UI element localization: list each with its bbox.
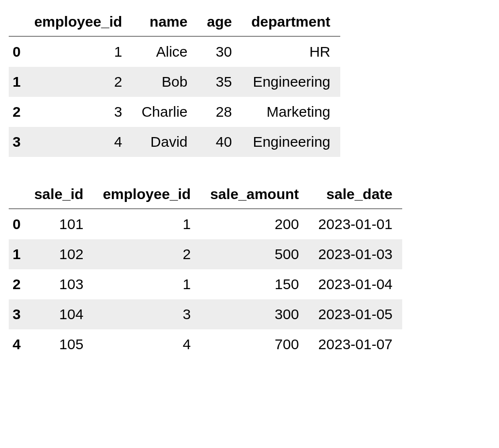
cell-employee_id: 4 (25, 127, 132, 157)
cell-sale_date: 2023-01-01 (309, 209, 402, 239)
cell-name: David (132, 127, 197, 157)
row-index: 2 (9, 97, 25, 127)
cell-sale_amount: 300 (200, 299, 308, 329)
cell-employee_id: 1 (93, 209, 200, 239)
cell-department: Engineering (242, 127, 340, 157)
col-header-employee_id: employee_id (93, 181, 200, 209)
table-row: 0 101 1 200 2023-01-01 (9, 209, 402, 239)
cell-sale_date: 2023-01-03 (309, 239, 402, 269)
cell-employee_id: 1 (25, 36, 132, 67)
employees-table: employee_id name age department 0 1 Alic… (9, 9, 340, 157)
cell-name: Charlie (132, 97, 197, 127)
cell-age: 30 (197, 36, 242, 67)
cell-age: 35 (197, 67, 242, 97)
cell-department: HR (242, 36, 340, 67)
row-index: 2 (9, 269, 25, 299)
cell-employee_id: 3 (25, 97, 132, 127)
cell-age: 28 (197, 97, 242, 127)
col-header-sale_id: sale_id (25, 181, 93, 209)
index-header (9, 181, 25, 209)
cell-sale_id: 101 (25, 209, 93, 239)
table-row: 1 2 Bob 35 Engineering (9, 67, 340, 97)
cell-sale_amount: 200 (200, 209, 308, 239)
table-header-row: sale_id employee_id sale_amount sale_dat… (9, 181, 402, 209)
col-header-department: department (242, 9, 340, 36)
table-row: 0 1 Alice 30 HR (9, 36, 340, 67)
cell-department: Engineering (242, 67, 340, 97)
cell-employee_id: 2 (25, 67, 132, 97)
cell-sale_amount: 700 (200, 329, 308, 359)
cell-name: Bob (132, 67, 197, 97)
cell-sale_date: 2023-01-05 (309, 299, 402, 329)
cell-sale_date: 2023-01-07 (309, 329, 402, 359)
cell-sale_amount: 150 (200, 269, 308, 299)
col-header-sale_amount: sale_amount (200, 181, 308, 209)
cell-sale_date: 2023-01-04 (309, 269, 402, 299)
table-row: 2 3 Charlie 28 Marketing (9, 97, 340, 127)
sales-table: sale_id employee_id sale_amount sale_dat… (9, 181, 402, 359)
row-index: 0 (9, 36, 25, 67)
cell-sale_id: 104 (25, 299, 93, 329)
cell-employee_id: 4 (93, 329, 200, 359)
row-index: 0 (9, 209, 25, 239)
cell-age: 40 (197, 127, 242, 157)
table-row: 1 102 2 500 2023-01-03 (9, 239, 402, 269)
row-index: 3 (9, 299, 25, 329)
row-index: 1 (9, 239, 25, 269)
index-header (9, 9, 25, 36)
col-header-age: age (197, 9, 242, 36)
col-header-employee_id: employee_id (25, 9, 132, 36)
cell-name: Alice (132, 36, 197, 67)
row-index: 1 (9, 67, 25, 97)
cell-employee_id: 2 (93, 239, 200, 269)
row-index: 3 (9, 127, 25, 157)
cell-department: Marketing (242, 97, 340, 127)
table-row: 3 4 David 40 Engineering (9, 127, 340, 157)
col-header-name: name (132, 9, 197, 36)
table-row: 4 105 4 700 2023-01-07 (9, 329, 402, 359)
col-header-sale_date: sale_date (309, 181, 402, 209)
cell-sale_id: 103 (25, 269, 93, 299)
row-index: 4 (9, 329, 25, 359)
table-row: 2 103 1 150 2023-01-04 (9, 269, 402, 299)
table-header-row: employee_id name age department (9, 9, 340, 36)
cell-sale_id: 102 (25, 239, 93, 269)
cell-sale_amount: 500 (200, 239, 308, 269)
table-row: 3 104 3 300 2023-01-05 (9, 299, 402, 329)
cell-employee_id: 3 (93, 299, 200, 329)
cell-employee_id: 1 (93, 269, 200, 299)
cell-sale_id: 105 (25, 329, 93, 359)
